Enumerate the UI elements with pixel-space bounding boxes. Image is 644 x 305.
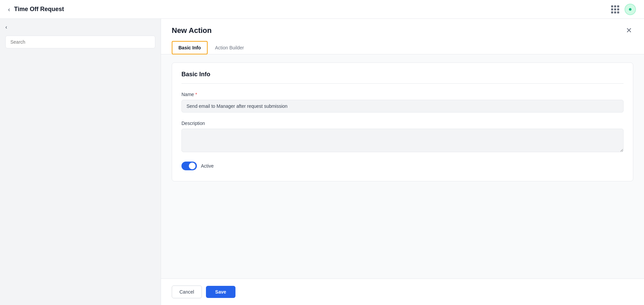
description-input[interactable] xyxy=(181,129,624,152)
search-wrapper xyxy=(5,36,155,48)
active-toggle[interactable] xyxy=(181,162,197,170)
modal-body: Basic Info Name * Description xyxy=(161,54,644,278)
name-label: Name * xyxy=(181,92,624,97)
tab-basic-info[interactable]: Basic Info xyxy=(172,41,208,54)
search-input[interactable] xyxy=(5,36,155,48)
modal-footer: Cancel Save xyxy=(161,278,644,305)
modal-title: New Action xyxy=(172,26,212,35)
tab-action-builder[interactable]: Action Builder xyxy=(209,41,250,54)
app-header: ‹ Time Off Request ● xyxy=(0,0,644,19)
new-action-modal: New Action ✕ Basic Info Action Builder B… xyxy=(161,19,644,305)
name-field-group: Name * xyxy=(181,92,624,113)
avatar-icon: ● xyxy=(629,6,632,13)
back-button[interactable]: ‹ xyxy=(8,6,10,12)
basic-info-card: Basic Info Name * Description xyxy=(172,62,633,181)
grid-icon[interactable] xyxy=(611,5,619,13)
header-left: ‹ Time Off Request xyxy=(8,6,64,13)
tab-bar: Basic Info Action Builder xyxy=(161,41,644,54)
cancel-button[interactable]: Cancel xyxy=(172,286,202,298)
modal-header: New Action ✕ xyxy=(161,19,644,36)
close-button[interactable]: ✕ xyxy=(625,26,633,36)
required-star: * xyxy=(195,92,197,97)
description-field-group: Description xyxy=(181,121,624,154)
toggle-slider xyxy=(181,162,197,170)
save-button[interactable]: Save xyxy=(206,286,236,298)
sidebar-back-button[interactable]: ‹ xyxy=(5,24,155,30)
main-layout: ‹ New Action ✕ Basic Info Action Builder… xyxy=(0,19,644,305)
description-label: Description xyxy=(181,121,624,126)
header-right: ● xyxy=(611,4,636,15)
name-input[interactable] xyxy=(181,100,624,113)
active-toggle-row: Active xyxy=(181,162,624,170)
page-title: Time Off Request xyxy=(14,6,64,13)
active-label: Active xyxy=(201,163,214,169)
card-title: Basic Info xyxy=(181,71,624,84)
user-avatar[interactable]: ● xyxy=(625,4,636,15)
sidebar: ‹ xyxy=(0,19,161,305)
